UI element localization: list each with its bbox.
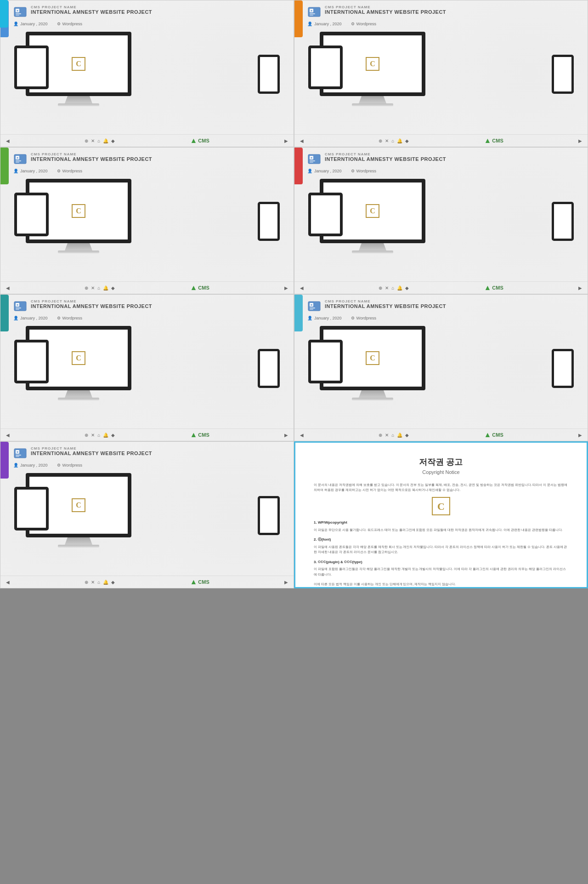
svg-rect-34 bbox=[16, 456, 19, 457]
svg-rect-13 bbox=[16, 160, 21, 161]
nav-right-2[interactable]: ▶ bbox=[578, 138, 582, 143]
cms-label-7: CMS PROJECT NAME bbox=[31, 446, 152, 451]
meta-row-4: 👤 January , 2020 ⚙ Wordpress bbox=[294, 168, 588, 174]
footer-icons-1: ⊕ ✕ ⌂ 🔔 ◆ bbox=[85, 138, 115, 143]
card-7: ✕ CMS PROJECT NAME INTERNTIONAL AMNESTY … bbox=[0, 441, 294, 588]
monitor-stand-1 bbox=[65, 96, 92, 103]
meta-row-3: 👤 January , 2020 ⚙ Wordpress bbox=[0, 168, 294, 174]
tablet-screen-1 bbox=[14, 46, 49, 89]
meta-platform-1: ⚙ Wordpress bbox=[57, 22, 82, 26]
meta-row-7: 👤 January , 2020 ⚙ Wordpress bbox=[0, 462, 294, 468]
footer-icons-2: ⊕ ✕ ⌂ 🔔 ◆ bbox=[379, 138, 409, 143]
card-1: ✕ CMS PROJECT NAME INTERNTIONAL AMNESTY … bbox=[0, 0, 294, 147]
project-title-6: INTERNTIONAL AMNESTY WEBSITE PROJECT bbox=[325, 303, 446, 309]
meta-date-1: 👤 January , 2020 bbox=[13, 22, 48, 26]
phone-6 bbox=[552, 349, 574, 388]
svg-text:✕: ✕ bbox=[16, 156, 19, 160]
svg-rect-8 bbox=[310, 13, 315, 14]
cms-label-5: CMS PROJECT NAME bbox=[31, 299, 152, 303]
monitor-base-2 bbox=[352, 103, 393, 106]
cms-label-2: CMS PROJECT NAME bbox=[325, 5, 446, 9]
tablet-6 bbox=[308, 340, 343, 386]
header-text-2: CMS PROJECT NAME INTERNTIONAL AMNESTY WE… bbox=[325, 5, 446, 15]
footer-bar-5: ◀ ⊕ ✕ ⌂ 🔔 ◆ ▲ CMS ▶ bbox=[0, 428, 294, 441]
copyright-title-en: Copyright Notice bbox=[314, 469, 568, 475]
svg-text:✕: ✕ bbox=[310, 9, 313, 12]
copyright-body: 이 문서의 내용은 저작권법에 의해 보호를 받고 있습니다. 이 문서의 전부… bbox=[314, 482, 568, 588]
svg-text:✕: ✕ bbox=[16, 303, 19, 307]
footer-cms-4: ▲ CMS bbox=[484, 284, 503, 292]
svg-text:✕: ✕ bbox=[310, 303, 313, 307]
svg-rect-28 bbox=[310, 308, 315, 308]
monitor-stand-2 bbox=[359, 96, 386, 103]
project-title-1: INTERNTIONAL AMNESTY WEBSITE PROJECT bbox=[31, 9, 152, 15]
footer-icon-home-1: ⌂ bbox=[97, 138, 100, 143]
svg-rect-33 bbox=[16, 455, 21, 456]
device-area-5: C bbox=[0, 321, 294, 428]
nav-right-1[interactable]: ▶ bbox=[284, 138, 288, 143]
footer-cms-1: ▲ CMS bbox=[190, 137, 209, 145]
header-text-1: CMS PROJECT NAME INTERNTIONAL AMNESTY WE… bbox=[31, 5, 152, 15]
phone-7 bbox=[258, 496, 280, 535]
meta-row-6: 👤 January , 2020 ⚙ Wordpress bbox=[294, 315, 588, 321]
card-header-4: ✕ CMS PROJECT NAME INTERNTIONAL AMNESTY … bbox=[294, 148, 588, 168]
footer-cms-3: ▲ CMS bbox=[190, 284, 209, 292]
meta-date-2: 👤 January , 2020 bbox=[307, 22, 342, 26]
footer-bar-4: ◀ ⊕ ✕ ⌂ 🔔 ◆ ▲ CMS ▶ bbox=[294, 281, 588, 294]
copyright-title-kr: 저작권 공고 bbox=[314, 456, 568, 468]
footer-bar-7: ◀ ⊕ ✕ ⌂ 🔔 ◆ ▲ CMS ▶ bbox=[0, 576, 294, 588]
project-icon-6: ✕ bbox=[307, 299, 321, 313]
svg-rect-23 bbox=[16, 308, 21, 308]
user-icon-2: 👤 bbox=[307, 22, 312, 26]
tablet-5 bbox=[14, 340, 49, 386]
project-title-5: INTERNTIONAL AMNESTY WEBSITE PROJECT bbox=[31, 303, 152, 309]
project-icon-2: ✕ bbox=[307, 5, 321, 19]
footer-icon-x-1: ✕ bbox=[91, 138, 95, 143]
tablet-7 bbox=[14, 487, 49, 533]
project-title-2: INTERNTIONAL AMNESTY WEBSITE PROJECT bbox=[325, 9, 446, 15]
phone-screen-1 bbox=[258, 55, 280, 94]
device-area-2: C bbox=[294, 27, 588, 134]
nav-left-2[interactable]: ◀ bbox=[300, 138, 304, 143]
footer-bar-1: ◀ ⊕ ✕ ⌂ 🔔 ◆ ▲ CMS ▶ bbox=[0, 134, 294, 147]
svg-rect-29 bbox=[310, 309, 313, 310]
card-header-7: ✕ CMS PROJECT NAME INTERNTIONAL AMNESTY … bbox=[0, 442, 294, 462]
card-header-1: ✕ CMS PROJECT NAME INTERNTIONAL AMNESTY … bbox=[0, 0, 294, 21]
svg-rect-24 bbox=[16, 309, 19, 310]
svg-rect-19 bbox=[310, 162, 313, 163]
copyright-section-1: 1. WP/Wpcopyright 이 파일은 무단으로 사용 불가합니다. 워… bbox=[314, 520, 568, 532]
footer-icon-leaf-1: ◆ bbox=[111, 138, 115, 143]
svg-rect-14 bbox=[16, 162, 19, 163]
header-text-3: CMS PROJECT NAME INTERNTIONAL AMNESTY WE… bbox=[31, 152, 152, 162]
phone-screen-2 bbox=[552, 55, 574, 94]
svg-rect-4 bbox=[16, 15, 19, 16]
tablet-2 bbox=[308, 46, 343, 91]
card-2: ✕ CMS PROJECT NAME INTERNTIONAL AMNESTY … bbox=[294, 0, 588, 147]
phone-2 bbox=[552, 55, 574, 94]
footer-cms-6: ▲ CMS bbox=[484, 431, 503, 439]
copyright-section-3: 3. ©©©(plugin) & ©©©(type) 이 파일에 포함된 플러그… bbox=[314, 559, 568, 577]
tablet-4 bbox=[308, 193, 343, 239]
project-title-7: INTERNTIONAL AMNESTY WEBSITE PROJECT bbox=[31, 451, 152, 456]
device-area-6: C bbox=[294, 321, 588, 428]
copyright-logo: C bbox=[314, 497, 568, 515]
project-icon-7: ✕ bbox=[13, 446, 27, 460]
meta-row-1: 👤 January , 2020 ⚙ Wordpress bbox=[0, 21, 294, 27]
header-text-4: CMS PROJECT NAME INTERNTIONAL AMNESTY WE… bbox=[325, 152, 446, 162]
project-icon-5: ✕ bbox=[13, 299, 27, 313]
device-area-7: C bbox=[0, 468, 294, 576]
nav-left-1[interactable]: ◀ bbox=[6, 138, 10, 143]
device-area-3: C bbox=[0, 174, 294, 281]
tablet-screen-2 bbox=[308, 46, 343, 89]
footer-bar-2: ◀ ⊕ ✕ ⌂ 🔔 ◆ ▲ CMS ▶ bbox=[294, 134, 588, 147]
svg-rect-3 bbox=[16, 13, 21, 14]
project-title-4: INTERNTIONAL AMNESTY WEBSITE PROJECT bbox=[325, 156, 446, 162]
project-title-3: INTERNTIONAL AMNESTY WEBSITE PROJECT bbox=[31, 156, 152, 162]
monitor-base-1 bbox=[58, 103, 99, 106]
phone-1 bbox=[258, 55, 280, 94]
header-text-6: CMS PROJECT NAME INTERNTIONAL AMNESTY WE… bbox=[325, 299, 446, 309]
footer-icon-wp-1: ⊕ bbox=[85, 138, 88, 143]
card-3: ✕ CMS PROJECT NAME INTERNTIONAL AMNESTY … bbox=[0, 147, 294, 294]
svg-text:✕: ✕ bbox=[16, 9, 19, 12]
footer-bar-6: ◀ ⊕ ✕ ⌂ 🔔 ◆ ▲ CMS ▶ bbox=[294, 428, 588, 441]
